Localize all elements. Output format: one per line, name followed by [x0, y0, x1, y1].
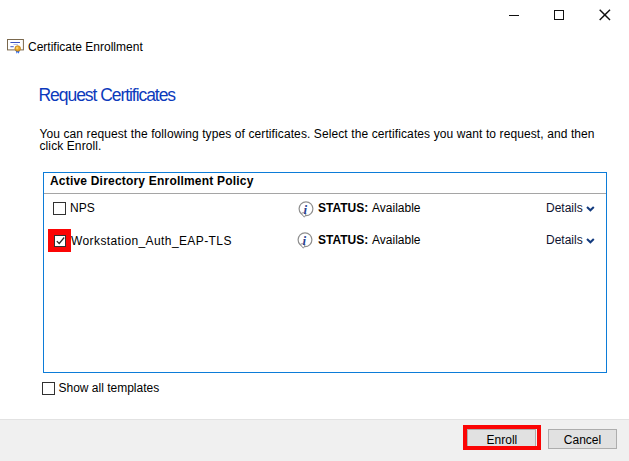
- svg-text:i: i: [303, 201, 307, 216]
- svg-text:i: i: [302, 233, 306, 248]
